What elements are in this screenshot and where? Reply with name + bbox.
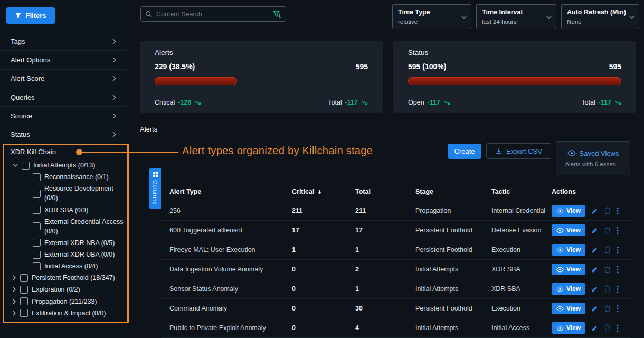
view-button[interactable]: View bbox=[552, 205, 585, 217]
columns-tab[interactable]: Columns bbox=[149, 168, 161, 209]
advanced-query-icon[interactable] bbox=[273, 11, 281, 18]
checkbox[interactable] bbox=[33, 173, 41, 181]
edit-icon[interactable] bbox=[591, 325, 598, 332]
kebab-menu-icon[interactable] bbox=[617, 285, 619, 293]
killchain-tree-item[interactable]: XDR SBA (0/3) bbox=[33, 205, 124, 215]
view-button[interactable]: View bbox=[552, 322, 585, 334]
header-alert-type[interactable]: Alert Type bbox=[169, 188, 292, 195]
kebab-menu-icon[interactable] bbox=[617, 324, 619, 332]
dropdown-value: None bbox=[567, 18, 626, 25]
killchain-tree-item[interactable]: Initial Access (0/4) bbox=[33, 261, 124, 271]
time-interval-dropdown[interactable]: Time Interval last 24 hours bbox=[476, 4, 556, 29]
killchain-tree-item-label: Persistent Foothold (18/347) bbox=[32, 273, 115, 283]
columns-grid-icon bbox=[153, 172, 158, 177]
edit-icon[interactable] bbox=[591, 266, 598, 273]
content-search-input[interactable] bbox=[155, 10, 270, 18]
killchain-tree-item[interactable]: Reconnaissance (0/1) bbox=[33, 172, 124, 182]
checkbox[interactable] bbox=[20, 309, 28, 317]
create-button[interactable]: Create bbox=[448, 144, 481, 159]
sidebar-menu: Tags Alert Options Alert Score Queries bbox=[0, 32, 127, 144]
auto-refresh-dropdown[interactable]: Auto Refresh (Min) None bbox=[561, 4, 639, 29]
killchain-tree-item[interactable]: Initial Attempts (0/13) bbox=[13, 161, 124, 170]
header-tactic[interactable]: Tactic bbox=[491, 188, 552, 195]
caret-right-icon[interactable] bbox=[13, 299, 16, 304]
view-button[interactable]: View bbox=[552, 283, 585, 295]
sidebar-item-tags[interactable]: Tags bbox=[0, 32, 127, 51]
caret-right-icon[interactable] bbox=[13, 311, 16, 316]
killchain-tree-item[interactable]: External XDR NBA (0/5) bbox=[33, 238, 124, 248]
delete-icon[interactable] bbox=[604, 324, 611, 332]
delete-icon[interactable] bbox=[604, 285, 611, 293]
checkbox[interactable] bbox=[33, 206, 41, 214]
edit-icon[interactable] bbox=[591, 247, 598, 253]
dropdown-label: Auto Refresh (Min) bbox=[567, 8, 626, 16]
header-total[interactable]: Total bbox=[355, 188, 415, 195]
checkbox[interactable] bbox=[33, 239, 41, 247]
sidebar-menu-item-label: Alert Score bbox=[11, 74, 44, 82]
dropdown-label: Time Interval bbox=[482, 8, 543, 16]
kebab-menu-icon[interactable] bbox=[617, 207, 619, 215]
annotation-text: Alert types organized by Killchain stage bbox=[182, 145, 373, 157]
caret-right-icon[interactable] bbox=[13, 287, 16, 292]
export-csv-button[interactable]: Export CSV bbox=[486, 143, 551, 159]
saved-views-button[interactable]: Saved Views Alerts with 6 essen... bbox=[556, 141, 630, 175]
edit-icon[interactable] bbox=[591, 305, 598, 312]
delete-icon[interactable] bbox=[604, 266, 611, 273]
checkbox[interactable] bbox=[33, 251, 41, 259]
time-type-dropdown[interactable]: Time Type relative bbox=[392, 4, 471, 29]
edit-icon[interactable] bbox=[591, 286, 598, 293]
sidebar-menu-item-label: Status bbox=[11, 130, 30, 138]
edit-icon[interactable] bbox=[591, 227, 598, 234]
filters-sidebar: Filters Tags Alert Options Alert Score bbox=[0, 0, 127, 338]
checkbox[interactable] bbox=[33, 190, 41, 198]
delete-icon[interactable] bbox=[604, 227, 611, 234]
cell-alert-type: 600 Triggeralert alltenant bbox=[169, 227, 292, 234]
checkbox[interactable] bbox=[22, 162, 30, 170]
sidebar-item-source[interactable]: Source bbox=[0, 107, 127, 125]
kebab-menu-icon[interactable] bbox=[617, 266, 619, 274]
checkbox[interactable] bbox=[33, 222, 41, 230]
killchain-tree-item[interactable]: Exploration (0/2) bbox=[13, 285, 124, 294]
chevron-right-icon bbox=[112, 132, 116, 137]
eye-icon bbox=[556, 306, 564, 312]
killchain-tree-item[interactable]: Resource Development (0/0) bbox=[33, 184, 124, 203]
view-button[interactable]: View bbox=[552, 303, 585, 314]
caret-down-icon[interactable] bbox=[13, 164, 18, 167]
caret-right-icon[interactable] bbox=[13, 275, 16, 280]
view-button[interactable]: View bbox=[552, 264, 585, 275]
killchain-tree-item[interactable]: External Credential Access (0/0) bbox=[33, 217, 124, 236]
eye-icon bbox=[556, 286, 564, 292]
view-button[interactable]: View bbox=[552, 224, 585, 236]
sidebar-item-queries[interactable]: Queries bbox=[0, 88, 127, 107]
kebab-menu-icon[interactable] bbox=[617, 227, 619, 234]
checkbox[interactable] bbox=[20, 274, 28, 282]
checkbox[interactable] bbox=[33, 262, 41, 270]
delete-icon[interactable] bbox=[604, 207, 611, 214]
delete-icon[interactable] bbox=[604, 246, 611, 253]
checkbox[interactable] bbox=[20, 286, 28, 294]
table-header-row: Alert Type Critical Total Stage Tactic A… bbox=[161, 183, 631, 201]
header-stage[interactable]: Stage bbox=[415, 188, 491, 195]
checkbox[interactable] bbox=[20, 297, 28, 305]
view-button[interactable]: View bbox=[552, 244, 585, 256]
sidebar-item-alert-options[interactable]: Alert Options bbox=[0, 51, 127, 69]
cell-stage: Initial Attempts bbox=[415, 285, 491, 293]
card-bottom-left-label: Critical bbox=[155, 99, 175, 106]
sidebar-item-status[interactable]: Status bbox=[0, 125, 127, 144]
delete-icon[interactable] bbox=[604, 305, 611, 312]
kebab-menu-icon[interactable] bbox=[617, 246, 619, 254]
killchain-section-header[interactable]: XDR Kill Chain bbox=[11, 148, 56, 156]
header-critical[interactable]: Critical bbox=[292, 188, 355, 195]
cell-critical: 1 bbox=[292, 246, 355, 253]
trend-down-icon bbox=[614, 99, 621, 106]
killchain-tree-item-label: External XDR NBA (0/5) bbox=[44, 238, 115, 248]
edit-icon[interactable] bbox=[591, 208, 598, 214]
killchain-tree-item[interactable]: Propagation (211/233) bbox=[13, 297, 124, 306]
killchain-tree-item[interactable]: Exfiltration & Impact (0/0) bbox=[13, 308, 124, 318]
sidebar-item-alert-score[interactable]: Alert Score bbox=[0, 70, 127, 88]
killchain-tree-item[interactable]: Persistent Foothold (18/347) bbox=[13, 273, 124, 283]
killchain-tree-item[interactable]: External XDR UBA (0/0) bbox=[33, 250, 124, 259]
kebab-menu-icon[interactable] bbox=[617, 305, 619, 313]
filters-button[interactable]: Filters bbox=[6, 7, 55, 24]
time-controls: Time Type relative Time Interval last 24… bbox=[392, 4, 639, 29]
